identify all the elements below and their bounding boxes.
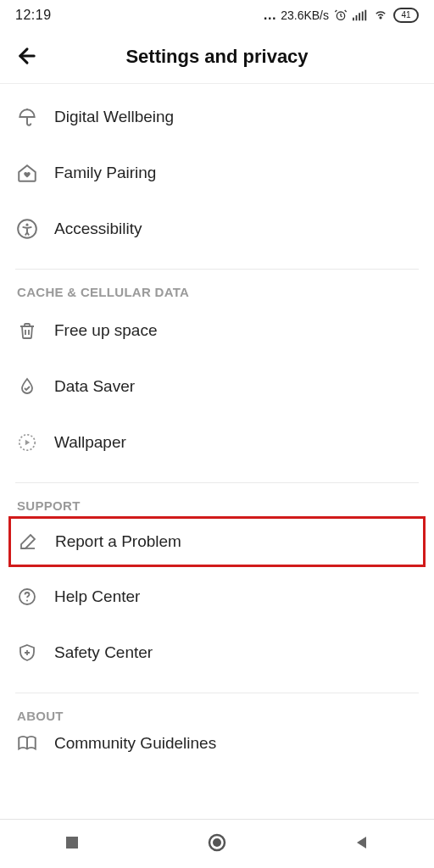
row-help-center[interactable]: Help Center [15,569,419,625]
network-speed: 23.6KB/s [281,8,329,22]
svg-point-14 [213,838,221,847]
book-icon [15,732,39,755]
nav-recent-button[interactable] [47,827,97,861]
row-label: Report a Problem [55,532,181,551]
back-button[interactable] [10,40,44,74]
header-divider [0,83,434,84]
status-indicators: … 23.6KB/s 41 [263,8,419,23]
square-icon [64,835,80,853]
row-family-pairing[interactable]: Family Pairing [15,145,419,201]
page-header: Settings and privacy [0,31,434,83]
trash-icon [15,319,39,342]
svg-rect-4 [362,12,364,21]
svg-rect-3 [359,13,360,20]
wifi-icon [373,9,388,21]
svg-rect-5 [364,10,366,21]
section-header-about: ABOUT [17,709,419,723]
android-nav-bar [0,819,434,868]
svg-point-11 [26,600,28,602]
row-digital-wellbeing[interactable]: Digital Wellbeing [15,89,419,145]
wallpaper-icon [15,431,39,454]
svg-rect-2 [356,15,358,20]
highlight-report-problem: Report a Problem [8,516,426,567]
section-divider [15,693,419,693]
more-icon: … [263,8,277,23]
shield-plus-icon [15,641,39,665]
row-label: Accessibility [54,220,142,238]
alarm-icon [334,8,348,22]
row-label: Data Saver [54,377,135,396]
row-wallpaper[interactable]: Wallpaper [15,415,419,470]
svg-rect-12 [66,837,78,849]
row-label: Wallpaper [54,433,126,452]
row-label: Family Pairing [54,164,156,182]
row-accessibility[interactable]: Accessibility [15,201,419,257]
nav-home-button[interactable] [192,827,242,861]
section-header-cache: CACHE & CELLULAR DATA [17,285,419,299]
row-free-up-space[interactable]: Free up space [15,303,419,359]
question-circle-icon [15,585,39,609]
row-label: Free up space [54,321,157,340]
umbrella-icon [15,105,39,129]
row-community-guidelines[interactable]: Community Guidelines [15,726,419,760]
pencil-icon [16,530,40,554]
row-label: Help Center [54,587,140,606]
section-divider [15,482,419,483]
row-report-problem[interactable]: Report a Problem [16,519,418,565]
triangle-left-icon [354,835,370,853]
section-header-support: SUPPORT [17,498,419,513]
accessibility-icon [15,217,39,241]
svg-point-6 [380,17,381,19]
row-label: Community Guidelines [54,734,216,753]
row-label: Digital Wellbeing [54,108,174,126]
section-divider [15,269,419,270]
page-title: Settings and privacy [14,46,420,68]
nav-back-button[interactable] [337,827,387,861]
battery-icon: 41 [393,8,419,23]
status-time: 12:19 [15,8,52,23]
droplet-icon [15,375,39,398]
row-data-saver[interactable]: Data Saver [15,359,419,415]
settings-list: Digital Wellbeing Family Pairing Accessi… [0,89,434,825]
svg-point-8 [25,224,28,226]
signal-icon [353,9,368,21]
circle-icon [207,832,227,855]
row-label: Safety Center [54,643,153,662]
back-arrow-icon [15,44,39,70]
row-safety-center[interactable]: Safety Center [15,625,419,681]
svg-rect-1 [353,18,354,21]
house-heart-icon [15,161,39,185]
status-bar: 12:19 … 23.6KB/s 41 [0,0,434,31]
